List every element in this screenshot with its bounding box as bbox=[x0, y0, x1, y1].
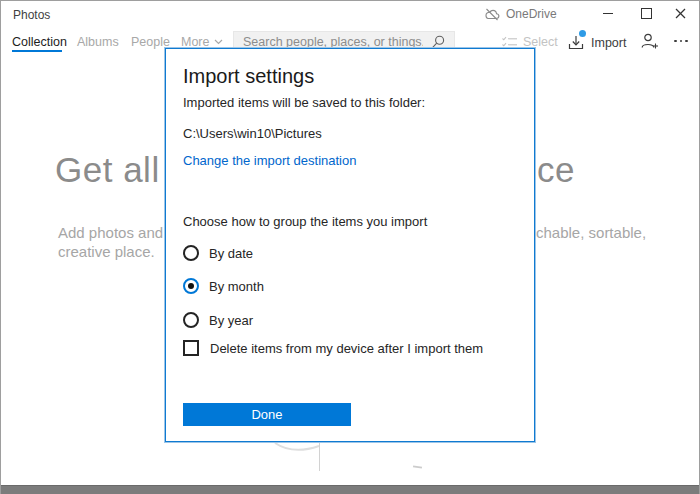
close-icon bbox=[675, 8, 686, 19]
change-destination-link[interactable]: Change the import destination bbox=[183, 153, 356, 168]
radio-option-by-month[interactable]: By month bbox=[183, 276, 264, 296]
radio-icon[interactable] bbox=[183, 245, 199, 261]
checkbox-icon[interactable] bbox=[183, 340, 199, 356]
add-person-icon bbox=[641, 33, 659, 49]
save-folder-note: Imported items will be saved to this fol… bbox=[183, 95, 425, 110]
radio-icon[interactable] bbox=[183, 278, 199, 294]
select-button[interactable]: Select bbox=[502, 35, 558, 49]
radio-option-by-date[interactable]: By date bbox=[183, 243, 253, 263]
bg-paragraph-line1-right: chable, sortable, bbox=[536, 224, 646, 241]
import-label: Import bbox=[591, 36, 626, 50]
radio-label: By month bbox=[209, 279, 264, 294]
done-button[interactable]: Done bbox=[183, 403, 351, 426]
title-bar: Photos OneDrive bbox=[0, 0, 700, 28]
radio-label: By year bbox=[209, 313, 253, 328]
checkbox-label: Delete items from my device after I impo… bbox=[210, 341, 483, 356]
radio-label: By date bbox=[209, 246, 253, 261]
tab-people[interactable]: People bbox=[131, 35, 170, 49]
radio-icon[interactable] bbox=[183, 312, 199, 328]
import-button[interactable]: Import bbox=[568, 35, 626, 50]
minimize-icon bbox=[603, 13, 613, 14]
add-person-button[interactable] bbox=[641, 33, 659, 49]
dialog-title: Import settings bbox=[183, 65, 314, 88]
delete-after-import-option[interactable]: Delete items from my device after I impo… bbox=[183, 338, 483, 358]
app-title: Photos bbox=[13, 8, 50, 22]
bg-paragraph-line2: creative place. bbox=[58, 243, 155, 260]
import-notification-badge bbox=[579, 30, 586, 37]
group-options-label: Choose how to group the items you import bbox=[183, 214, 427, 229]
import-icon bbox=[568, 35, 584, 50]
window-bottom-edge bbox=[0, 485, 700, 494]
minimize-button[interactable] bbox=[593, 0, 623, 26]
tab-more[interactable]: More bbox=[181, 35, 223, 49]
import-settings-dialog: Import settings Imported items will be s… bbox=[165, 48, 535, 442]
search-icon bbox=[431, 35, 445, 49]
folder-path: C:\Users\win10\Pictures bbox=[183, 126, 322, 141]
bg-paragraph-line1-left: Add photos and v bbox=[58, 224, 175, 241]
select-label: Select bbox=[523, 35, 558, 49]
tab-collection[interactable]: Collection bbox=[12, 35, 67, 49]
search-placeholder: Search people, places, or things... bbox=[243, 35, 423, 49]
onedrive-label: OneDrive bbox=[506, 7, 557, 21]
radio-option-by-year[interactable]: By year bbox=[183, 310, 253, 330]
illustration-arc bbox=[273, 440, 321, 454]
tab-more-label: More bbox=[181, 35, 209, 49]
chevron-down-icon bbox=[214, 39, 223, 45]
bg-heading-right-fragment: ce bbox=[537, 150, 575, 190]
onedrive-offline-icon bbox=[484, 8, 500, 21]
tab-albums[interactable]: Albums bbox=[77, 35, 119, 49]
maximize-button[interactable] bbox=[631, 0, 661, 26]
close-button[interactable] bbox=[665, 0, 695, 26]
select-icon bbox=[502, 36, 517, 48]
maximize-icon bbox=[641, 8, 652, 19]
ellipsis-icon bbox=[674, 40, 677, 43]
active-tab-underline bbox=[12, 50, 62, 52]
illustration-dash bbox=[413, 465, 422, 468]
more-options-button[interactable] bbox=[670, 33, 692, 49]
onedrive-status[interactable]: OneDrive bbox=[484, 7, 557, 21]
